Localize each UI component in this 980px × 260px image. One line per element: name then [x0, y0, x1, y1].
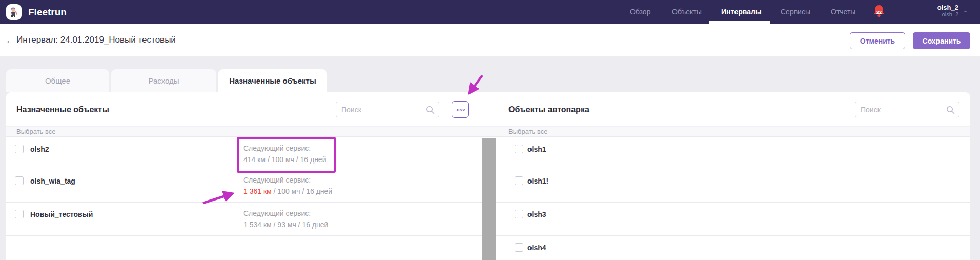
table-row[interactable]: olsh_wia_tag Следующий сервис: 1 361 км …: [6, 169, 482, 203]
brand-name: Fleetrun: [28, 0, 67, 24]
table-row[interactable]: olsh3: [496, 203, 970, 236]
table-row[interactable]: Новый_тестовый Следующий сервис: 1 534 к…: [6, 203, 482, 236]
object-name: olsh4: [527, 244, 546, 252]
fleet-search-input[interactable]: [855, 102, 959, 117]
tab-general[interactable]: Общее: [6, 69, 109, 92]
table-row[interactable]: olsh2 Следующий сервис: 414 км / 100 мч …: [6, 137, 482, 169]
assigned-objects-panel: Назначенные объекты .csv Объекты автопар…: [6, 92, 970, 260]
nav-item-obzor[interactable]: Обзор: [630, 0, 650, 24]
row-checkbox[interactable]: [515, 210, 523, 218]
assigned-objects-title: Назначенные объекты: [16, 105, 109, 114]
search-icon: [426, 106, 435, 114]
chevron-down-icon[interactable]: ⌄: [963, 6, 968, 14]
fleetrun-logo-icon[interactable]: [6, 4, 22, 20]
tab-bar: Общее Расходы Назначенные объекты: [6, 69, 329, 92]
notification-count-badge: 22: [873, 10, 885, 15]
assigned-search: [336, 102, 439, 117]
table-row[interactable]: olsh1: [496, 137, 970, 169]
table-row[interactable]: olsh1!: [496, 169, 970, 203]
fleet-objects-list: olsh1 olsh1! olsh3 olsh4: [496, 137, 970, 260]
nav-item-services[interactable]: Сервисы: [781, 0, 810, 24]
page-header: ← Интервал: 24.01.2019_Новый тестовый От…: [0, 24, 980, 56]
page-title: Интервал: 24.01.2019_Новый тестовый: [16, 24, 176, 56]
row-checkbox[interactable]: [15, 210, 24, 218]
annotation-arrow-csv: [470, 75, 482, 92]
object-name: olsh3: [527, 210, 546, 218]
row-checkbox[interactable]: [15, 145, 24, 153]
row-checkbox[interactable]: [515, 243, 523, 252]
back-arrow-icon[interactable]: ←: [5, 24, 15, 56]
save-button[interactable]: Сохранить: [913, 32, 970, 49]
row-checkbox[interactable]: [515, 176, 523, 185]
nav-item-reports[interactable]: Отчеты: [831, 0, 855, 24]
nav-item-objects[interactable]: Объекты: [672, 0, 702, 24]
row-checkbox[interactable]: [15, 176, 24, 185]
object-name: olsh1!: [527, 177, 548, 185]
mascot-icon: [9, 7, 19, 18]
object-name: Новый_тестовый: [30, 210, 93, 218]
fleet-objects-title: Объекты автопарка: [508, 105, 589, 114]
assigned-search-input[interactable]: [336, 102, 439, 117]
object-name: olsh2: [30, 145, 49, 153]
user-account: olsh_2: [920, 11, 958, 18]
object-name: olsh_wia_tag: [30, 177, 75, 185]
assigned-select-all[interactable]: Выбрать все: [16, 127, 55, 136]
next-service-info: Следующий сервис: 1 361 км / 100 мч / 16…: [243, 174, 332, 197]
tab-assigned-objects[interactable]: Назначенные объекты: [218, 69, 327, 92]
export-csv-button[interactable]: .csv: [452, 101, 469, 118]
table-row[interactable]: olsh4: [496, 236, 970, 260]
search-icon: [946, 106, 955, 114]
object-name: olsh1: [527, 145, 546, 153]
user-menu[interactable]: olsh_2 olsh_2: [920, 4, 958, 18]
fleet-select-all[interactable]: Выбрать все: [508, 127, 547, 136]
select-all-band: Выбрать все Выбрать все: [6, 126, 970, 137]
top-navbar: Fleetrun Обзор Объекты Интервалы Сервисы…: [0, 0, 980, 24]
row-checkbox[interactable]: [515, 145, 523, 153]
next-service-info: Следующий сервис: 1 534 км / 93 мч / 16 …: [243, 208, 328, 230]
collapse-arrow-icon[interactable]: ←: [482, 257, 496, 260]
user-name: olsh_2: [920, 4, 958, 11]
tab-expenses[interactable]: Расходы: [111, 69, 216, 92]
toolbar-divider: [445, 103, 445, 116]
assigned-objects-list: olsh2 Следующий сервис: 414 км / 100 мч …: [6, 137, 482, 236]
notifications-bell-icon[interactable]: 22: [873, 5, 885, 19]
next-service-info: Следующий сервис: 414 км / 100 мч / 16 д…: [243, 143, 326, 165]
nav-item-intervals[interactable]: Интервалы: [721, 0, 762, 24]
cancel-button[interactable]: Отменить: [850, 32, 905, 49]
fleet-search: [855, 102, 959, 117]
collapse-panel-handle[interactable]: ←: [482, 138, 496, 260]
